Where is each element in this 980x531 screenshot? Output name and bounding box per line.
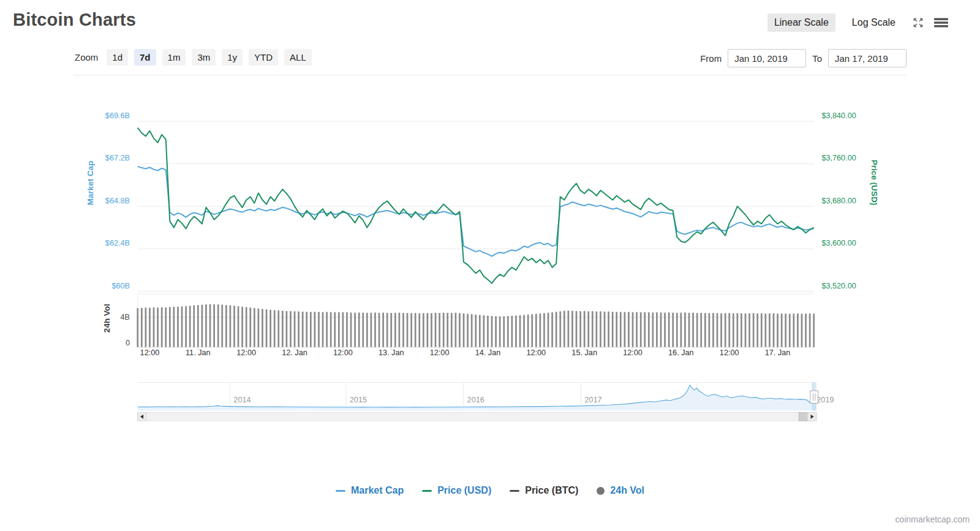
- volume-bar: [415, 313, 417, 347]
- volume-bar: [725, 313, 726, 347]
- scrollbar-thumb[interactable]: [799, 413, 808, 421]
- volume-bar: [709, 313, 710, 347]
- volume-axis-title: 24h Vol: [102, 304, 111, 333]
- volume-bar: [805, 314, 807, 347]
- from-date-input[interactable]: [728, 49, 806, 67]
- x-axis-tick-label: 12. Jan: [282, 349, 307, 358]
- volume-bar: [672, 313, 674, 347]
- volume-bar: [608, 312, 609, 347]
- legend-item-price-usd[interactable]: Price (USD): [422, 485, 491, 496]
- volume-bar: [314, 312, 316, 347]
- fullscreen-expand-icon[interactable]: [912, 17, 924, 29]
- volume-bar: [676, 313, 678, 347]
- volume-bar: [696, 313, 698, 347]
- volume-bar: [612, 312, 614, 347]
- log-scale-button[interactable]: Log Scale: [845, 13, 902, 32]
- hamburger-menu-icon[interactable]: [934, 17, 948, 29]
- volume-bar: [290, 311, 292, 347]
- legend-item-market-cap[interactable]: Market Cap: [336, 485, 404, 496]
- legend-item-24h-vol[interactable]: 24h Vol: [597, 485, 644, 496]
- volume-bar: [225, 305, 227, 347]
- x-axis-tick-label: 17. Jan: [765, 349, 791, 358]
- volume-bar: [491, 316, 493, 347]
- bitcoin-charts-page: Bitcoin Charts Linear Scale Log Scale: [0, 0, 980, 531]
- left-axis-tick-label: $64.8B: [105, 197, 130, 205]
- volume-bar: [543, 313, 545, 347]
- volume-bar: [145, 307, 147, 347]
- volume-bar: [342, 312, 344, 347]
- volume-bar: [366, 313, 368, 347]
- volume-bar: [298, 312, 300, 347]
- zoom-button-ytd[interactable]: YTD: [249, 49, 278, 66]
- volume-bar: [548, 313, 549, 347]
- volume-bar: [756, 314, 758, 347]
- volume-bar: [153, 307, 155, 347]
- zoom-button-1m[interactable]: 1m: [162, 49, 186, 66]
- volume-bar: [230, 306, 232, 347]
- volume-bar: [386, 313, 388, 347]
- volume-bar: [270, 310, 271, 347]
- volume-bar: [241, 307, 243, 347]
- volume-bar: [479, 315, 481, 347]
- volume-bar: [636, 312, 638, 347]
- from-label: From: [700, 53, 722, 64]
- volume-bar: [632, 312, 634, 347]
- volume-bar: [209, 304, 211, 347]
- navigator-handle[interactable]: [810, 391, 818, 403]
- legend-item-price-btc[interactable]: Price (BTC): [510, 485, 578, 496]
- volume-bar: [382, 313, 384, 347]
- zoom-button-7d[interactable]: 7d: [134, 49, 156, 66]
- right-axis-tick-label: $3,520.00: [821, 282, 856, 290]
- volume-bar: [745, 314, 747, 347]
- volume-bar: [559, 311, 561, 347]
- x-axis-tick-label: 12:00: [430, 349, 450, 358]
- scale-controls: Linear Scale Log Scale: [767, 13, 948, 32]
- volume-bar: [587, 311, 589, 347]
- to-date-input[interactable]: [828, 49, 907, 67]
- volume-bar: [217, 304, 219, 347]
- right-axis-title: Price (USD): [870, 160, 879, 205]
- volume-bar: [354, 313, 356, 347]
- zoom-button-1y[interactable]: 1y: [222, 49, 243, 66]
- volume-bar: [503, 316, 505, 347]
- volume-bar: [777, 314, 778, 347]
- scrollbar-track[interactable]: [138, 413, 816, 421]
- x-axis-tick-label: 16. Jan: [668, 349, 694, 358]
- volume-bar: [463, 314, 465, 347]
- linear-scale-button[interactable]: Linear Scale: [767, 13, 835, 32]
- volume-bar: [801, 314, 803, 347]
- volume-bar: [390, 313, 392, 347]
- volume-bar: [334, 312, 336, 347]
- volume-bar: [789, 314, 791, 347]
- x-axis-tick-label: 12:00: [623, 349, 643, 358]
- legend-label: Price (BTC): [525, 485, 578, 496]
- bitcoin-price-chart[interactable]: $69.6B$3,840.00$67.2B$3,760.00$64.8B$3,6…: [0, 75, 980, 485]
- volume-bar: [753, 313, 755, 347]
- volume-bar: [688, 313, 690, 347]
- volume-axis-tick-label: 4B: [121, 313, 130, 322]
- volume-bar: [733, 314, 734, 347]
- volume-bar: [568, 311, 570, 347]
- volume-bar: [640, 312, 642, 347]
- left-axis-tick-label: $67.2B: [105, 154, 130, 162]
- volume-bar: [499, 317, 501, 347]
- right-axis-tick-label: $3,840.00: [821, 111, 856, 120]
- volume-bar: [511, 316, 513, 347]
- volume-bar: [773, 314, 775, 347]
- volume-bar: [169, 307, 171, 347]
- volume-bar: [765, 314, 767, 347]
- volume-bar: [189, 306, 191, 347]
- legend-label: Price (USD): [437, 485, 491, 496]
- zoom-button-all[interactable]: ALL: [284, 49, 312, 66]
- volume-bar: [487, 315, 489, 347]
- volume-bar: [221, 305, 223, 347]
- page-title: Bitcoin Charts: [13, 10, 136, 30]
- volume-bar: [604, 312, 606, 347]
- zoom-button-3m[interactable]: 3m: [192, 49, 216, 66]
- volume-bar: [737, 313, 739, 347]
- volume-bar: [459, 313, 461, 347]
- volume-bar: [302, 312, 304, 347]
- price-usd-line: [138, 128, 814, 284]
- right-axis-tick-label: $3,680.00: [821, 197, 856, 205]
- zoom-button-1d[interactable]: 1d: [107, 49, 128, 66]
